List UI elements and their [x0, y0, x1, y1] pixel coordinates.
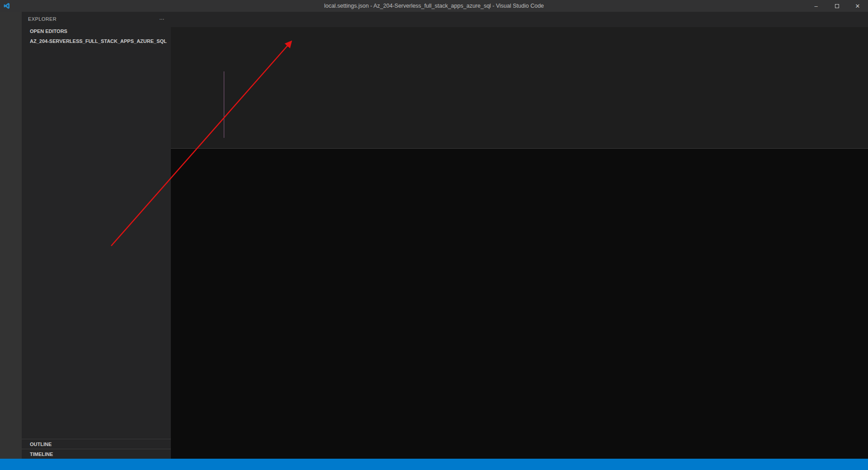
maximize-button[interactable] [826, 0, 847, 12]
explorer-more-actions-icon[interactable]: ⋯ [160, 16, 165, 22]
project-section-header[interactable]: AZ_204-SERVERLESS_FULL_STACK_APPS_AZURE_… [22, 36, 171, 46]
explorer-title: EXPLORER [28, 16, 57, 22]
close-button[interactable]: ✕ [847, 0, 868, 12]
chevron-down-icon [23, 38, 30, 45]
activity-bar [0, 12, 22, 459]
panel-header [171, 149, 868, 161]
chevron-down-icon [23, 28, 30, 35]
open-editors-header[interactable]: OPEN EDITORS [22, 26, 171, 36]
explorer-sidebar: EXPLORER ⋯ OPEN EDITORS AZ_204-SERVERLES… [22, 12, 171, 459]
outline-section-header[interactable]: OUTLINE [22, 439, 171, 449]
chevron-right-icon [23, 451, 30, 458]
vscode-window: local.settings.json - Az_204-Serverless_… [0, 0, 868, 470]
window-title: local.settings.json - Az_204-Serverless_… [324, 3, 544, 9]
breadcrumb [171, 27, 868, 38]
terminal[interactable] [171, 161, 868, 459]
chevron-right-icon [23, 441, 30, 448]
bracket-scope-guide [224, 71, 224, 138]
editor-tab-bar [171, 12, 868, 27]
minimize-button[interactable]: – [806, 0, 826, 12]
timeline-section-header[interactable]: TIMELINE [22, 449, 171, 459]
status-bar [0, 459, 868, 470]
title-bar: local.settings.json - Az_204-Serverless_… [0, 0, 868, 12]
code-editor[interactable] [171, 38, 868, 148]
editor-pane [171, 12, 868, 459]
bottom-panel [171, 148, 868, 459]
vscode-logo-icon [0, 2, 14, 9]
